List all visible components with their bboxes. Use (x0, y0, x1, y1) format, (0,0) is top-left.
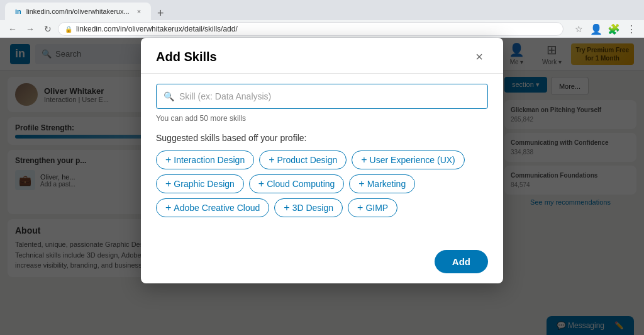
skill-chip-graphic-design[interactable]: +Graphic Design (156, 174, 244, 193)
skill-chips-container: +Interaction Design+Product Design+User … (156, 150, 488, 217)
chip-label: Cloud Computing (267, 179, 335, 189)
skill-chip-adobe-creative-cloud[interactable]: +Adobe Creative Cloud (156, 198, 269, 217)
skill-search-input[interactable] (156, 84, 488, 109)
skill-chip-marketing[interactable]: +Marketing (349, 174, 415, 193)
modal-footer: Add (141, 242, 503, 283)
modal-close-button[interactable]: × (470, 48, 488, 65)
suggested-label: Suggested skills based off your profile: (156, 133, 488, 143)
chip-label: Interaction Design (174, 155, 245, 165)
tab-label: linkedin.com/in/oliverwhitakerux... (26, 8, 130, 15)
active-tab[interactable]: in linkedin.com/in/oliverwhitakerux... × (5, 3, 151, 20)
skill-chip-gimp[interactable]: +GIMP (348, 198, 397, 217)
chip-label: Product Design (277, 155, 338, 165)
skill-chip-interaction-design[interactable]: +Interaction Design (156, 150, 254, 169)
forward-button[interactable]: → (23, 21, 38, 37)
chip-plus-icon: + (284, 203, 289, 213)
chip-label: GIMP (365, 203, 388, 213)
modal-body: 🔍 You can add 50 more skills Suggested s… (141, 74, 503, 242)
browser-actions: ☆ 👤 🧩 ⋮ (571, 21, 639, 37)
chip-label: 3D Design (292, 203, 333, 213)
tab-bar: in linkedin.com/in/oliverwhitakerux... ×… (0, 0, 644, 20)
bookmark-icon[interactable]: ☆ (571, 21, 586, 37)
skill-chip-3d-design[interactable]: +3D Design (274, 198, 343, 217)
browser-chrome: in linkedin.com/in/oliverwhitakerux... ×… (0, 0, 644, 38)
back-button[interactable]: ← (5, 21, 20, 37)
extensions-icon[interactable]: 🧩 (606, 21, 621, 37)
skill-chip-cloud-computing[interactable]: +Cloud Computing (249, 174, 345, 193)
browser-nav-bar: ← → ↻ 🔒 linkedin.com/in/oliverwhitakerux… (0, 20, 644, 38)
new-tab-icon[interactable]: + (155, 7, 167, 20)
skill-chip-user-experience-(ux)[interactable]: +User Experience (UX) (352, 150, 465, 169)
skill-search-wrapper: 🔍 (156, 84, 488, 109)
chip-label: Adobe Creative Cloud (174, 203, 260, 213)
url-text: linkedin.com/in/oliverwhitakerux/detail/… (76, 25, 238, 33)
chip-plus-icon: + (361, 155, 367, 165)
add-skills-modal: Add Skills × 🔍 You can add 50 more skill… (141, 38, 503, 283)
add-count-text: You can add 50 more skills (156, 114, 488, 123)
chip-label: Graphic Design (174, 179, 235, 189)
menu-icon[interactable]: ⋮ (624, 21, 639, 37)
chip-plus-icon: + (165, 179, 171, 189)
modal-header: Add Skills × (141, 38, 503, 74)
address-bar[interactable]: 🔒 linkedin.com/in/oliverwhitakerux/detai… (58, 22, 564, 36)
chip-plus-icon: + (358, 179, 364, 189)
modal-title: Add Skills (156, 50, 217, 64)
search-icon: 🔍 (164, 91, 174, 101)
chip-plus-icon: + (269, 155, 274, 165)
chip-plus-icon: + (258, 179, 264, 189)
reload-button[interactable]: ↻ (40, 21, 55, 37)
chip-label: Marketing (367, 179, 406, 189)
chip-plus-icon: + (165, 203, 171, 213)
skill-chip-product-design[interactable]: +Product Design (259, 150, 347, 169)
add-skills-button[interactable]: Add (435, 250, 488, 273)
profile-icon[interactable]: 👤 (589, 21, 604, 37)
chip-plus-icon: + (357, 203, 363, 213)
tab-close-icon[interactable]: × (137, 8, 141, 15)
chip-label: User Experience (UX) (370, 155, 455, 165)
lock-icon: 🔒 (65, 26, 72, 33)
chip-plus-icon: + (165, 155, 171, 165)
